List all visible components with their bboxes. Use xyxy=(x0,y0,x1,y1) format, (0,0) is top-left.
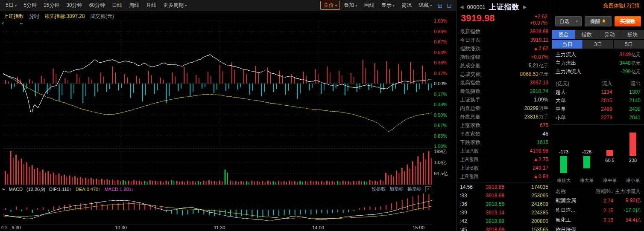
resize-handle-icon[interactable]: ⇔ xyxy=(19,20,24,26)
svg-text:净小单: 净小单 xyxy=(626,178,640,183)
svg-text:10:30: 10:30 xyxy=(115,225,127,230)
toolbar-period-button[interactable]: 60分钟 xyxy=(86,1,108,10)
toolbar-period-button[interactable]: 月线 xyxy=(143,1,159,10)
tab-unusual[interactable]: 异动 xyxy=(598,30,621,39)
sector-row[interactable]: 能源金属2.749.92亿 xyxy=(556,196,641,205)
price-change-box: +2.62 +0.07% xyxy=(530,13,547,26)
display-label: 显示 xyxy=(381,2,391,9)
quote-stat-row: 外盘总量23816万手 xyxy=(460,113,548,121)
stat-value: ▲2.62 xyxy=(533,46,548,52)
toolbar-period-button[interactable]: 周线 xyxy=(126,1,142,10)
stat-value: 3919.98 xyxy=(530,29,548,35)
flow-row-name: 中单 xyxy=(556,106,584,113)
watchlist-label: 自选一 xyxy=(559,18,574,25)
quote-stat-row: 今日开盘3919.11 xyxy=(460,36,548,44)
macd-action-button[interactable]: 换指标 xyxy=(407,186,422,192)
flow-out-value: 2041 xyxy=(612,115,641,121)
brief-button[interactable]: 简况 xyxy=(398,1,415,10)
toolbar-period-label: 5日 xyxy=(6,2,14,9)
stock-name: 上证指数 xyxy=(489,2,520,12)
sector-row[interactable]: 昨日涨停 xyxy=(556,225,641,231)
funds-panel: 免费体验L2行情 自选一 ▾ 提醒 买指数 资金指数异动板块 当日3日5日 主力… xyxy=(552,0,644,231)
flow-summary-row: 主力净流入-299亿元 xyxy=(556,67,641,76)
macd-dif-value: DIF:1.110↑ xyxy=(49,187,72,192)
quote-stat-row: 总成交额8068.53亿元 xyxy=(460,70,548,78)
flow-table-header: (亿元)流入流出 xyxy=(556,79,641,88)
stat-label: 上涨家数 xyxy=(460,122,480,129)
toolbar-period-button[interactable]: 更多周期▾ xyxy=(160,1,190,10)
flow-out-value: 2438 xyxy=(612,106,641,112)
sector-header-cell[interactable]: 主力净流入 xyxy=(613,188,641,195)
sector-header-cell[interactable]: 名称 xyxy=(556,188,594,195)
stat-label: 外盘总量 xyxy=(460,113,480,121)
tick-time: 14:56 xyxy=(460,184,477,190)
flow-in-value: 2499 xyxy=(584,106,612,112)
buy-index-button[interactable]: 买指数 xyxy=(615,16,641,26)
tab-index[interactable]: 指数 xyxy=(575,30,598,39)
tick-volume: 153565 xyxy=(504,227,548,231)
quote-stat-row: 上证A股4109.98 xyxy=(460,147,548,155)
expand-icon[interactable]: ▸ xyxy=(3,186,5,192)
tab-sector[interactable]: 板块 xyxy=(621,30,644,39)
close-icon[interactable]: × xyxy=(1,20,4,26)
stat-unit: 亿元 xyxy=(539,72,548,77)
intraday-chart-canvas[interactable]: 1.00%0.83%0.67%0.50%0.33%0.17%0.00%0.17%… xyxy=(0,11,456,231)
stat-value: ▲2.75 xyxy=(533,156,548,162)
display-button[interactable]: 显示▾ xyxy=(378,1,398,10)
price-change: +2.62 xyxy=(535,14,547,20)
toolbar-period-button[interactable]: 5分钟 xyxy=(20,1,40,10)
flow-table-header-cell: 流出 xyxy=(612,80,641,87)
toolbar-period-button[interactable]: 5日▾ xyxy=(3,1,20,10)
chart-mode-label: 分时 xyxy=(29,13,39,20)
flow-table-header-cell: (亿元) xyxy=(556,80,584,87)
toolbar-period-label: 日线 xyxy=(112,2,122,9)
chevron-down-icon: ▾ xyxy=(185,3,187,8)
overlay-button[interactable]: 叠加▾ xyxy=(341,1,360,10)
tick-list[interactable]: 14:563918.85174035:333918.98253095:36391… xyxy=(457,182,552,231)
macd-name: MACD xyxy=(9,187,23,192)
tick-row: 14:563918.85174035 xyxy=(460,183,548,191)
stat-label: 最高指数 xyxy=(460,79,480,87)
subtab-3d[interactable]: 3日 xyxy=(583,40,613,49)
macd-action-button[interactable]: 改参数 xyxy=(372,186,386,192)
grid-icon[interactable]: ⊞ xyxy=(436,2,445,9)
sector-row[interactable]: 氟化工2.1534.4亿 xyxy=(556,215,641,225)
stat-value: 4109.98 xyxy=(530,148,548,154)
chevron-down-icon: ▾ xyxy=(15,3,17,8)
macd-action-button[interactable]: 加指标 xyxy=(389,186,404,192)
toolbar-period-label: 周线 xyxy=(129,2,139,9)
auction-button[interactable]: 竞价▾ xyxy=(320,1,340,10)
close-icon[interactable]: × xyxy=(425,186,431,192)
toolbar-period-button[interactable]: 15分钟 xyxy=(41,1,62,10)
stat-unit: 万手 xyxy=(539,106,548,111)
macd-hist-value: MACD:1.281↓ xyxy=(105,187,134,192)
draw-button[interactable]: 画线 xyxy=(361,1,377,10)
toolbar-period-button[interactable]: 30分钟 xyxy=(63,1,85,10)
toolbar-period-label: 60分钟 xyxy=(89,2,105,9)
tick-price: 3918.56 xyxy=(477,201,504,207)
subtab-5d[interactable]: 5日 xyxy=(614,40,644,49)
tick-price: 3918.88 xyxy=(477,218,504,224)
subtab-today[interactable]: 当日 xyxy=(552,40,583,49)
hide-button[interactable]: 隐藏▾ xyxy=(416,1,435,10)
price-row: 3919.98 +2.62 +0.07% xyxy=(457,12,552,27)
toolbar-period-button[interactable]: 日线 xyxy=(109,1,125,10)
watchlist-button[interactable]: 自选一 ▾ xyxy=(555,16,582,26)
sector-row[interactable]: 昨日连...2.15-17.0亿 xyxy=(556,205,641,215)
overlay-label: 叠加 xyxy=(344,2,354,9)
svg-text:9:30: 9:30 xyxy=(12,225,20,230)
stat-label: 上A涨跌 xyxy=(460,156,479,163)
sector-net-flow: 34.4亿 xyxy=(613,217,641,224)
l2-promo-link[interactable]: 免费体验L2行情 xyxy=(603,2,640,9)
alert-button[interactable]: 提醒 xyxy=(585,16,611,26)
svg-text:净超大: 净超大 xyxy=(557,178,571,183)
svg-text:66.5亿: 66.5亿 xyxy=(434,171,448,176)
sector-header-cell[interactable]: 涨幅%↓ xyxy=(594,188,613,195)
next-stock-icon[interactable]: ▶ xyxy=(523,4,527,10)
prev-stock-icon[interactable]: ◀ xyxy=(460,4,463,10)
stat-value: 1615 xyxy=(537,139,548,145)
quote-stat-row: 上A涨跌▲2.75 xyxy=(460,155,548,164)
fullscreen-icon[interactable]: ⊡ xyxy=(445,2,454,9)
tab-funds[interactable]: 资金 xyxy=(552,30,575,39)
tick-price: 3918.98 xyxy=(477,193,504,199)
